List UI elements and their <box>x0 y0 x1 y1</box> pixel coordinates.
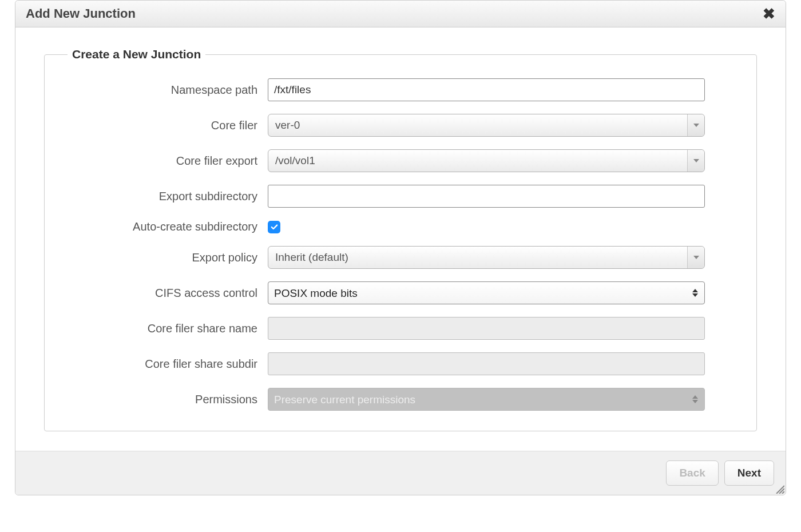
dropdown-button[interactable] <box>687 150 704 172</box>
core-filer-share-name-label: Core filer share name <box>62 322 268 335</box>
next-button[interactable]: Next <box>724 460 774 486</box>
core-filer-select[interactable]: ver-0 <box>268 114 705 137</box>
core-filer-export-label: Core filer export <box>62 154 268 168</box>
dialog-body: Create a New Junction Namespace path Cor… <box>15 27 786 451</box>
core-filer-share-subdir-input <box>268 352 705 375</box>
add-junction-dialog: Add New Junction ✖ Create a New Junction… <box>15 0 786 495</box>
core-filer-export-value: /vol/vol1 <box>268 154 687 167</box>
auto-create-subdirectory-checkbox[interactable] <box>268 221 280 233</box>
chevron-down-icon <box>693 256 699 259</box>
dropdown-button[interactable] <box>687 114 704 136</box>
namespace-path-input[interactable] <box>268 78 705 101</box>
core-filer-value: ver-0 <box>268 119 687 132</box>
chevron-down-icon <box>693 159 699 162</box>
fieldset-legend: Create a New Junction <box>68 47 205 61</box>
core-filer-label: Core filer <box>62 119 268 132</box>
chevron-down-icon <box>693 124 699 127</box>
permissions-select: Preserve current permissions <box>268 388 705 411</box>
permissions-label: Permissions <box>62 393 268 406</box>
svg-line-2 <box>782 491 784 494</box>
dialog-header: Add New Junction ✖ <box>15 1 786 27</box>
auto-create-subdirectory-label: Auto-create subdirectory <box>62 220 268 233</box>
back-button: Back <box>666 460 718 486</box>
export-policy-label: Export policy <box>62 251 268 264</box>
check-icon <box>270 223 279 231</box>
core-filer-share-name-input <box>268 317 705 340</box>
cifs-access-control-select[interactable]: POSIX mode bits <box>268 281 705 304</box>
close-icon[interactable]: ✖ <box>763 6 775 21</box>
export-subdirectory-label: Export subdirectory <box>62 190 268 203</box>
export-policy-value: Inherit (default) <box>268 251 687 264</box>
export-subdirectory-input[interactable] <box>268 185 705 208</box>
namespace-path-label: Namespace path <box>62 84 268 97</box>
core-filer-share-subdir-label: Core filer share subdir <box>62 358 268 371</box>
export-policy-select[interactable]: Inherit (default) <box>268 246 705 269</box>
core-filer-export-select[interactable]: /vol/vol1 <box>268 149 705 172</box>
resize-handle[interactable] <box>774 483 784 494</box>
cifs-access-control-label: CIFS access control <box>62 287 268 300</box>
dropdown-button[interactable] <box>687 247 704 268</box>
dialog-title: Add New Junction <box>26 6 136 21</box>
create-junction-fieldset: Create a New Junction Namespace path Cor… <box>44 47 757 431</box>
dialog-footer: Back Next <box>15 451 786 495</box>
